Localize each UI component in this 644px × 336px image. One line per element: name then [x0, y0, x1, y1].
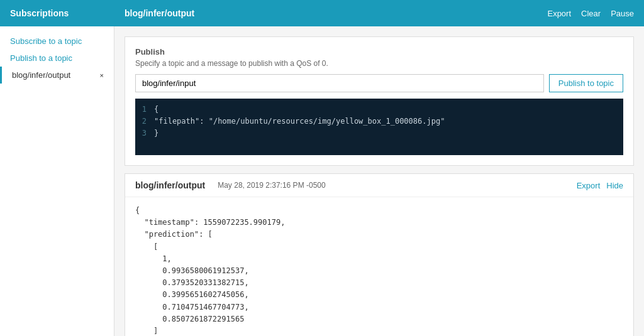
message-section: blog/infer/output May 28, 2019 2:37:16 P…: [125, 173, 634, 336]
app-wrapper: Subscriptions blog/infer/output Export C…: [0, 0, 644, 336]
publish-label: Publish: [135, 47, 623, 57]
header-actions: Export Clear Pause: [547, 9, 634, 18]
message-actions: Export Hide: [577, 181, 623, 190]
active-topic-item[interactable]: blog/infer/output ×: [0, 67, 114, 84]
message-export-button[interactable]: Export: [577, 181, 601, 190]
topic-input[interactable]: [135, 74, 544, 92]
sidebar-header-block: Subscriptions: [0, 0, 114, 26]
code-line: 1{: [135, 104, 623, 116]
sidebar-title: Subscriptions: [10, 8, 69, 18]
line-number: 2: [135, 116, 154, 127]
code-line: 2 "filepath": "/home/ubuntu/resources/im…: [135, 116, 623, 127]
content-header-title: blog/infer/output: [125, 8, 194, 18]
message-body: { "timestamp": 1559072235.990179, "predi…: [125, 197, 633, 336]
close-icon[interactable]: ×: [100, 72, 104, 79]
message-topic: blog/infer/output: [135, 180, 205, 190]
publish-to-topic-button[interactable]: Publish to topic: [549, 74, 623, 92]
pause-header-button[interactable]: Pause: [611, 9, 634, 18]
publish-row: Publish to topic: [135, 74, 623, 92]
content-area: Publish Specify a topic and a message to…: [114, 26, 644, 336]
sidebar: Subscribe to a topic Publish to a topic …: [0, 26, 114, 336]
body-row: Subscribe to a topic Publish to a topic …: [0, 26, 644, 336]
publish-to-topic-link[interactable]: Publish to a topic: [0, 50, 114, 67]
line-number: 3: [135, 127, 154, 139]
content-header: blog/infer/output Export Clear Pause: [114, 8, 644, 18]
message-header: blog/infer/output May 28, 2019 2:37:16 P…: [125, 174, 633, 197]
code-line: 3}: [135, 127, 623, 139]
code-editor[interactable]: 1{2 "filepath": "/home/ubuntu/resources/…: [135, 99, 623, 155]
line-content: {: [154, 104, 158, 116]
active-topic-label: blog/infer/output: [12, 70, 70, 80]
publish-desc: Specify a topic and a message to publish…: [135, 59, 623, 68]
line-content: }: [154, 127, 158, 139]
line-content: "filepath": "/home/ubuntu/resources/img/…: [154, 116, 445, 127]
export-header-button[interactable]: Export: [547, 9, 571, 18]
publish-section: Publish Specify a topic and a message to…: [125, 36, 634, 166]
line-number: 1: [135, 104, 154, 116]
message-hide-button[interactable]: Hide: [606, 181, 623, 190]
message-timestamp: May 28, 2019 2:37:16 PM -0500: [218, 181, 325, 190]
app-header: Subscriptions blog/infer/output Export C…: [0, 0, 644, 26]
clear-header-button[interactable]: Clear: [581, 9, 601, 18]
subscribe-to-topic-link[interactable]: Subscribe to a topic: [0, 33, 114, 50]
